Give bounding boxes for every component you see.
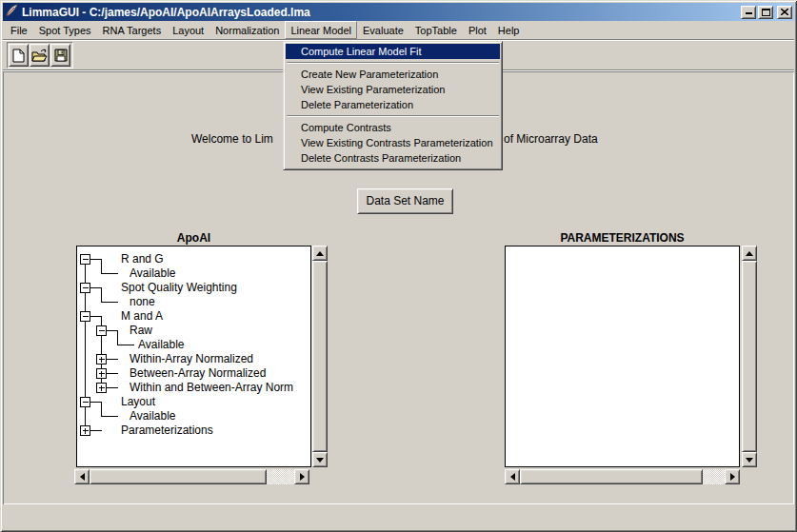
scroll-down-button[interactable]	[312, 452, 328, 467]
scrollbar-thumb[interactable]	[520, 469, 703, 484]
left-arrow-icon	[510, 473, 515, 481]
scrollbar-thumb[interactable]	[90, 469, 267, 484]
limmagui-window: LimmaGUI - C:/james/ApoAI/ApoAIArraysLoa…	[0, 0, 797, 532]
tree-node-layout[interactable]: Layout	[121, 395, 155, 409]
close-icon	[781, 9, 788, 15]
right-arrow-icon	[300, 473, 305, 481]
open-folder-icon	[31, 49, 48, 63]
scroll-left-button[interactable]	[74, 469, 90, 484]
menubar-item-layout[interactable]: Layout	[167, 21, 209, 39]
up-arrow-icon	[316, 251, 324, 256]
linear-model-dropdown-menu: Compute Linear Model FitCreate New Param…	[283, 41, 503, 170]
maximize-button[interactable]	[758, 6, 773, 19]
left-tree-vertical-scrollbar[interactable]	[312, 246, 328, 467]
title-bar[interactable]: LimmaGUI - C:/james/ApoAI/ApoAIArraysLoa…	[3, 3, 794, 21]
left-arrow-icon	[80, 473, 85, 481]
close-button[interactable]	[777, 6, 792, 19]
menu-item-create-new-parameterization[interactable]: Create New Parameterization	[286, 67, 500, 82]
status-tree-canvas[interactable]: R and GAvailableSpot Quality Weightingno…	[76, 246, 311, 467]
down-arrow-icon	[746, 458, 753, 463]
maximize-icon	[762, 9, 770, 16]
menubar-item-spot-types[interactable]: Spot Types	[33, 21, 97, 39]
menubar-item-linear-model[interactable]: Linear Model	[285, 21, 357, 39]
save-button[interactable]	[50, 44, 70, 67]
menu-item-view-existing-contrasts-parameterization[interactable]: View Existing Contrasts Parameterization	[286, 135, 500, 150]
tree-node-between-array-normalized[interactable]: Between-Array Normalized	[130, 366, 266, 381]
menubar-item-toptable[interactable]: TopTable	[409, 21, 463, 39]
menubar-item-plot[interactable]: Plot	[463, 21, 492, 39]
tree-node-available[interactable]: Available	[138, 338, 184, 352]
right-list-horizontal-scrollbar[interactable]	[505, 469, 740, 484]
menubar-item-file[interactable]: File	[5, 21, 33, 39]
tree-node-r-and-g[interactable]: R and G	[121, 252, 164, 266]
down-arrow-icon	[316, 458, 324, 463]
menu-item-delete-contrasts-parameterization[interactable]: Delete Contrasts Parameterization	[286, 150, 500, 166]
minimize-button[interactable]	[741, 6, 756, 19]
menubar-item-rna-targets[interactable]: RNA Targets	[97, 21, 168, 39]
left-tree-horizontal-scrollbar[interactable]	[74, 469, 309, 484]
tree-node-none[interactable]: none	[130, 295, 155, 309]
scroll-left-button[interactable]	[505, 469, 520, 484]
right-arrow-icon	[730, 473, 735, 481]
scrollbar-thumb[interactable]	[742, 261, 757, 452]
toolbar-button-group	[7, 42, 73, 69]
tree-node-spot-quality-weighting[interactable]: Spot Quality Weighting	[121, 281, 237, 295]
data-set-name-button[interactable]: Data Set Name	[357, 188, 453, 214]
tree-node-available[interactable]: Available	[130, 266, 175, 281]
menubar-item-help[interactable]: Help	[492, 21, 526, 39]
menu-item-view-existing-parameterization[interactable]: View Existing Parameterization	[286, 82, 500, 97]
right-panel-title: PARAMETERIZATIONS	[505, 231, 740, 245]
up-arrow-icon	[746, 251, 753, 256]
scroll-up-button[interactable]	[742, 246, 757, 261]
tk-feather-icon[interactable]	[5, 4, 18, 21]
save-icon	[54, 49, 68, 62]
scroll-right-button[interactable]	[294, 469, 309, 484]
menu-item-compute-linear-model-fit[interactable]: Compute Linear Model Fit	[286, 44, 500, 59]
window-title: LimmaGUI - C:/james/ApoAI/ApoAIArraysLoa…	[22, 6, 310, 19]
scrollbar-thumb[interactable]	[312, 261, 328, 452]
tree-node-m-and-a[interactable]: M and A	[121, 309, 163, 324]
scroll-down-button[interactable]	[742, 452, 757, 467]
open-file-button[interactable]	[30, 44, 50, 67]
menu-separator	[287, 115, 499, 117]
new-file-icon	[12, 49, 25, 63]
welcome-text-right: of Microarray Data	[504, 132, 598, 146]
new-file-button[interactable]	[9, 44, 29, 67]
tree-node-within-array-normalized[interactable]: Within-Array Normalized	[130, 352, 253, 366]
menu-separator	[287, 62, 499, 64]
tree-node-raw[interactable]: Raw	[130, 324, 152, 338]
left-panel-title: ApoAI	[76, 231, 311, 245]
menu-bar: FileSpot TypesRNA TargetsLayoutNormaliza…	[3, 21, 794, 39]
menu-item-delete-parameterization[interactable]: Delete Parameterization	[286, 97, 500, 112]
menu-item-compute-contrasts[interactable]: Compute Contrasts	[286, 120, 500, 135]
minimize-icon	[746, 8, 752, 14]
scroll-right-button[interactable]	[725, 469, 740, 484]
welcome-text-left: Welcome to Lim	[191, 132, 273, 146]
tree-node-within-and-between-array-norm[interactable]: Within and Between-Array Norm	[130, 381, 293, 395]
parameterizations-listbox	[505, 246, 740, 467]
menubar-item-normalization[interactable]: Normalization	[209, 21, 285, 39]
menubar-item-evaluate[interactable]: Evaluate	[357, 21, 409, 39]
scroll-up-button[interactable]	[312, 246, 328, 261]
right-list-vertical-scrollbar[interactable]	[742, 246, 757, 467]
tree-node-available[interactable]: Available	[130, 409, 175, 424]
tree-node-parameterizations[interactable]: Parameterizations	[121, 424, 213, 438]
